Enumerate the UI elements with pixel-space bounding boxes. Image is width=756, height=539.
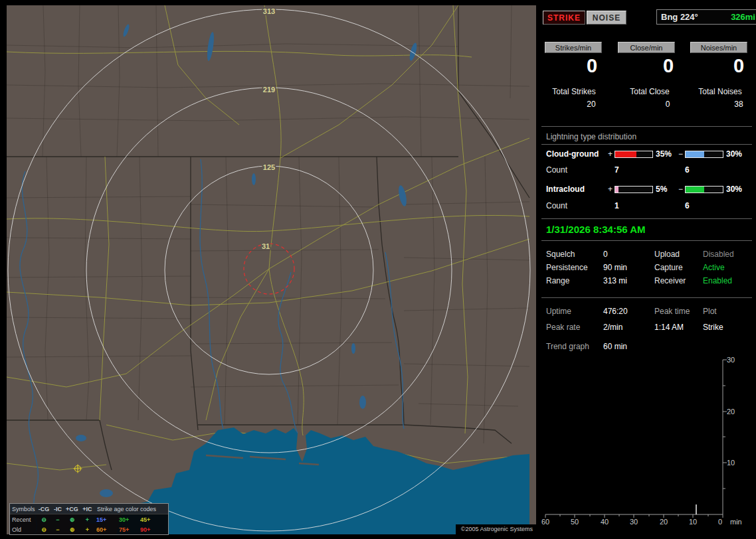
range-label: Range — [546, 276, 569, 285]
noises-per-min-value: 0 — [719, 56, 756, 76]
total-noises-value: 38 — [719, 100, 756, 109]
trend-chart: 30 20 10 60 50 40 30 20 10 0 min — [541, 354, 756, 536]
legend-col-pos-cg: +CG — [64, 506, 80, 512]
settings-row-2: Persistence 90 min Capture Active — [541, 263, 756, 273]
trend-graph-label: Trend graph — [546, 342, 589, 351]
trend-graph-row: Trend graph 60 min — [541, 342, 756, 352]
y-tick-10: 10 — [727, 459, 735, 467]
peak-time-label: Peak time — [654, 307, 690, 316]
strike-mode-button[interactable]: STRIKE — [543, 11, 585, 25]
x-tick-0: 0 — [718, 518, 722, 526]
range-ring-label-219: 219 — [263, 86, 275, 94]
ic-negative-pct: 30% — [726, 185, 742, 194]
divider — [541, 218, 752, 219]
count-label: Count — [546, 201, 567, 210]
cg-negative-bar-fill — [686, 151, 704, 157]
recent-neg-ic-icon: − — [51, 516, 64, 523]
cloud-ground-count-row: Count 7 6 — [541, 165, 756, 176]
map-copyright: ©2005 Astrogenic Systems — [456, 524, 536, 534]
map-canvas[interactable]: 313 219 125 31 Symbols -CG -IC +CG +IC S… — [7, 5, 536, 534]
range-ring-label-31: 31 — [262, 242, 270, 250]
stats-row-2: Peak rate 2/min 1:14 AM Strike — [541, 323, 756, 333]
age-30: 30+ — [118, 516, 139, 523]
cg-positive-count: 7 — [614, 165, 619, 175]
map-legend: Symbols -CG -IC +CG +IC Strike age color… — [9, 503, 169, 535]
age-90: 90+ — [139, 526, 160, 533]
recent-pos-cg-icon: ⊕ — [64, 516, 80, 523]
old-pos-cg-icon: ⊕ — [64, 526, 80, 533]
persistence-value: 90 min — [603, 263, 627, 272]
ic-negative-bar — [685, 186, 723, 193]
age-75: 75+ — [118, 526, 139, 533]
cg-positive-bar — [614, 151, 653, 158]
map-graphics: 313 219 125 31 — [7, 5, 536, 534]
uptime-label: Uptime — [546, 307, 571, 316]
total-strikes-label: Total Strikes — [544, 87, 604, 96]
datetime-display: 1/31/2026 8:34:56 AM — [546, 224, 646, 235]
legend-recent-label: Recent — [10, 516, 37, 523]
legend-old-label: Old — [10, 526, 37, 533]
old-neg-ic-icon: − — [51, 526, 64, 533]
trend-graph-value: 60 min — [603, 342, 627, 351]
divider — [541, 297, 752, 298]
peak-rate-label: Peak rate — [546, 323, 580, 332]
peak-rate-value: 2/min — [603, 323, 622, 332]
squelch-value: 0 — [603, 250, 608, 259]
legend-col-pos-ic: +IC — [80, 506, 95, 512]
plus-sign: + — [608, 149, 613, 159]
status-panel: STRIKE NOISE Bng 224° 326mi Strikes/min … — [541, 0, 756, 539]
age-60: 60+ — [95, 526, 118, 533]
bearing-display: Bng 224° 326mi — [656, 9, 756, 25]
close-per-min-value: 0 — [648, 56, 688, 76]
x-tick-30: 30 — [630, 518, 638, 526]
uptime-value: 476:20 — [603, 307, 628, 316]
close-per-min-badge: Close/min — [618, 42, 675, 53]
plus-sign: + — [608, 185, 613, 194]
minus-sign: − — [678, 185, 683, 194]
legend-symbols-title: Symbols — [10, 506, 37, 512]
intracloud-row: Intracloud + 5% − 30% — [541, 185, 756, 195]
ic-positive-count: 1 — [614, 201, 619, 210]
recent-pos-ic-icon: + — [80, 516, 95, 523]
ic-negative-bar-fill — [686, 187, 704, 193]
recent-neg-cg-icon: ⊖ — [37, 516, 51, 523]
ic-positive-pct: 5% — [656, 185, 667, 194]
squelch-label: Squelch — [546, 250, 575, 259]
receiver-status: Enabled — [703, 276, 732, 285]
x-tick-60: 60 — [541, 518, 549, 526]
plot-label: Plot — [703, 307, 717, 316]
persistence-label: Persistence — [546, 263, 588, 272]
noise-mode-button[interactable]: NOISE — [587, 11, 626, 25]
old-neg-cg-icon: ⊖ — [37, 526, 51, 533]
x-tick-50: 50 — [571, 518, 579, 526]
range-value: 313 mi — [603, 276, 627, 285]
cg-negative-bar — [685, 151, 723, 158]
capture-status: Active — [703, 263, 725, 272]
y-tick-30: 30 — [727, 356, 735, 364]
upload-status: Disabled — [703, 250, 734, 259]
noises-per-min-badge: Noises/min — [690, 42, 747, 53]
chart-axes — [545, 360, 727, 518]
divider — [541, 126, 752, 127]
nexstorm-window: 313 219 125 31 Symbols -CG -IC +CG +IC S… — [0, 0, 756, 539]
total-close-value: 0 — [648, 100, 688, 109]
total-close-label: Total Close — [620, 87, 680, 96]
ic-positive-bar — [614, 186, 653, 193]
ic-positive-bar-fill — [615, 187, 618, 193]
divider — [541, 144, 752, 145]
strikes-per-min-value: 0 — [572, 56, 612, 76]
bearing-label: Bng 224° — [661, 12, 698, 22]
cloud-ground-row: Cloud-ground + 35% − 30% — [541, 149, 756, 160]
total-noises-label: Total Noises — [690, 87, 750, 96]
age-45: 45+ — [139, 516, 160, 523]
x-axis-unit: min — [730, 518, 742, 526]
legend-col-neg-cg: -CG — [37, 506, 51, 512]
bearing-value: 326mi — [731, 12, 755, 22]
settings-row-3: Range 313 mi Receiver Enabled — [541, 276, 756, 287]
ic-negative-count: 6 — [685, 201, 690, 210]
receiver-label: Receiver — [654, 276, 686, 285]
cg-negative-count: 6 — [685, 165, 690, 175]
legend-age-title: Strike age color codes — [95, 506, 160, 512]
stats-row-1: Uptime 476:20 Peak time Plot — [541, 307, 756, 317]
x-tick-20: 20 — [660, 518, 668, 526]
